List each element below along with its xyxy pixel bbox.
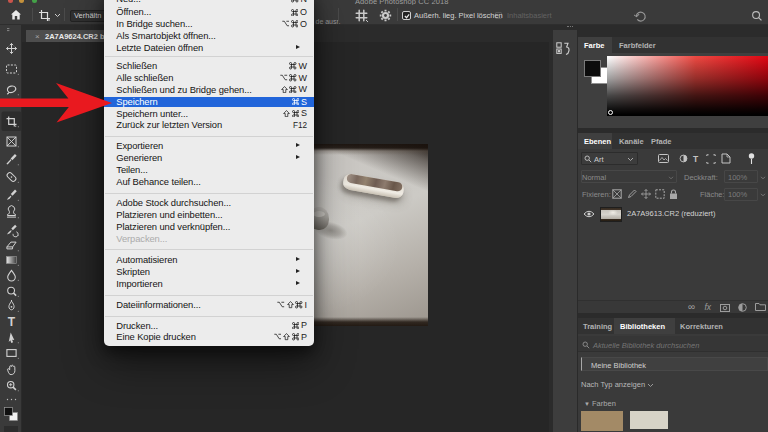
svg-text:T: T <box>8 315 16 329</box>
